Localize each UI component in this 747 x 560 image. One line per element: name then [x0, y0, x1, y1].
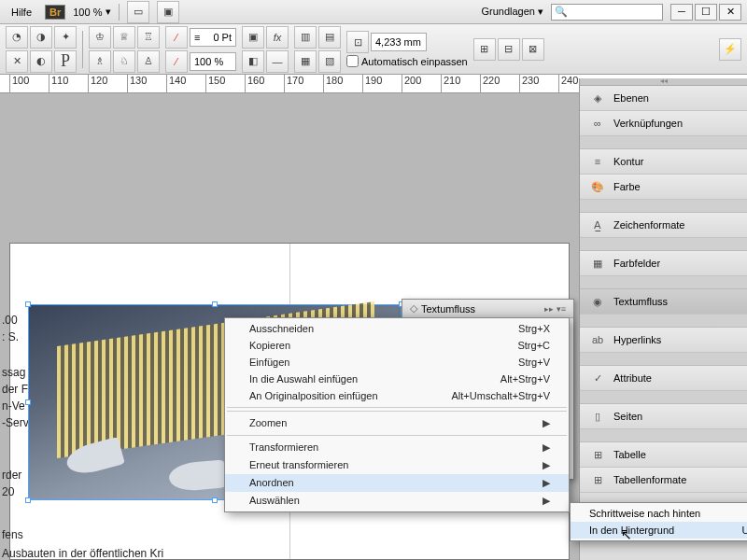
- panel-icon: ≡: [589, 154, 606, 169]
- panel-tabellenformate[interactable]: ⊞Tabellenformate: [580, 468, 747, 493]
- panel-icon: ⊞: [589, 472, 606, 487]
- panel-attribute[interactable]: ✓Attribute: [580, 366, 747, 391]
- arrange-icon[interactable]: ▣: [157, 1, 179, 23]
- bridge-badge[interactable]: Br: [45, 5, 65, 20]
- wrap-icon[interactable]: ▧: [318, 50, 341, 73]
- menubar: Hilfe Br 100 % ▾ ▭ ▣ Grundlagen ▾ 🔍 ─ ☐ …: [0, 0, 747, 24]
- panel-dock: ◂◂ ◈Ebenen∞Verknüpfungen≡Kontur🎨FarbeA̲Z…: [579, 78, 747, 560]
- align-icon[interactable]: ♗: [89, 50, 111, 73]
- menu-item[interactable]: Zoomen▶: [225, 414, 569, 432]
- stroke-weight[interactable]: ≡0 Pt: [190, 28, 236, 47]
- doc-text: : S.: [2, 329, 19, 345]
- panel-verknüpfungen[interactable]: ∞Verknüpfungen: [580, 111, 747, 136]
- submenu-item[interactable]: Schrittweise nach hinten: [571, 505, 747, 522]
- maximize-button[interactable]: ☐: [695, 4, 717, 21]
- fit-icon[interactable]: ⊟: [498, 38, 520, 61]
- doc-text: der F: [2, 381, 28, 398]
- panel-icon: 🎨: [589, 179, 606, 194]
- fx-icon[interactable]: ▣: [242, 26, 264, 49]
- fx-icon[interactable]: fx: [266, 26, 289, 49]
- screen-mode-icon[interactable]: ▭: [127, 1, 149, 23]
- tool-icon[interactable]: ✦: [54, 26, 77, 49]
- align-icon[interactable]: ♘: [113, 50, 135, 73]
- menu-item[interactable]: KopierenStrg+C: [225, 337, 569, 354]
- panel-icon: ◉: [589, 294, 606, 309]
- panel-icon: A̲: [589, 217, 606, 232]
- lightning-icon[interactable]: ⚡: [719, 38, 741, 61]
- panel-seiten[interactable]: ▯Seiten: [580, 404, 747, 429]
- panel-hyperlinks[interactable]: abHyperlinks: [580, 328, 747, 353]
- doc-text: 20: [2, 483, 14, 500]
- doc-text: Ausbauten in der öffentlichen Kri: [2, 545, 163, 560]
- menu-item[interactable]: AusschneidenStrg+X: [225, 320, 569, 337]
- help-menu[interactable]: Hilfe: [6, 5, 37, 20]
- zoom-dropdown[interactable]: 100 % ▾: [73, 6, 111, 18]
- align-icon[interactable]: ♔: [89, 26, 111, 49]
- align-icon[interactable]: ♕: [113, 26, 135, 49]
- doc-text: n-Ve: [2, 398, 25, 414]
- menu-item[interactable]: An Originalposition einfügenAlt+Umschalt…: [225, 387, 569, 404]
- control-toolbar: ◔◑✦✕◐P ♔♕♖♗♘♙ ∕≡0 Pt∕100 % ▣fx◧— ▥▤▦▧ ⊡4…: [0, 24, 747, 75]
- panel-icon: ∞: [589, 116, 606, 131]
- tool-icon[interactable]: ✕: [6, 50, 28, 73]
- doc-text: ssag: [2, 364, 25, 381]
- panel-icon: ◈: [589, 91, 606, 105]
- panel-zeichenformate[interactable]: A̲Zeichenformate: [580, 213, 747, 238]
- panel-farbe[interactable]: 🎨Farbe: [580, 175, 747, 200]
- menu-item[interactable]: Auswählen▶: [225, 492, 569, 510]
- minimize-button[interactable]: ─: [670, 4, 693, 21]
- tool-icon[interactable]: ◔: [6, 26, 28, 49]
- close-button[interactable]: ✕: [719, 4, 741, 21]
- search-icon: 🔍: [555, 6, 568, 18]
- arrange-submenu: Schrittweise nach hintenIn den Hintergru…: [570, 502, 747, 541]
- context-menu: AusschneidenStrg+XKopierenStrg+CEinfügen…: [224, 317, 570, 512]
- menu-item[interactable]: Erneut transformieren▶: [225, 456, 569, 474]
- menu-item[interactable]: EinfügenStrg+V: [225, 354, 569, 371]
- workspace-dropdown[interactable]: Grundlagen ▾: [481, 6, 543, 18]
- tint-field[interactable]: 100 %: [190, 52, 236, 71]
- autofit-checkbox[interactable]: Automatisch einpassen: [346, 55, 468, 67]
- panel-icon: ⊞: [589, 447, 606, 462]
- panel-farbfelder[interactable]: ▦Farbfelder: [580, 251, 747, 276]
- fit-icon[interactable]: ⊞: [473, 38, 496, 61]
- cursor-icon: ↖: [621, 527, 632, 542]
- tool-icon[interactable]: ◑: [30, 26, 52, 49]
- wrap-icon[interactable]: ▦: [294, 50, 317, 73]
- stroke-none-icon[interactable]: ∕: [165, 26, 188, 49]
- p-icon[interactable]: P: [54, 50, 77, 73]
- panel-tab[interactable]: ◇Textumfluss▸▸ ▾≡: [402, 300, 573, 318]
- panel-icon: ✓: [589, 371, 606, 385]
- menu-item[interactable]: Anordnen▶: [225, 474, 569, 492]
- frame-icon[interactable]: ⊡: [346, 31, 369, 53]
- dimension-field[interactable]: 4,233 mm: [371, 33, 427, 51]
- doc-text: rder: [2, 467, 21, 483]
- panel-icon: ab: [589, 332, 606, 347]
- panel-icon: ▯: [589, 409, 606, 424]
- panel-kontur[interactable]: ≡Kontur: [580, 149, 747, 175]
- fit-icon[interactable]: ⊠: [522, 38, 544, 61]
- panel-icon: ▦: [589, 256, 606, 271]
- tool-icon[interactable]: ◐: [30, 50, 52, 73]
- menu-item[interactable]: Transformieren▶: [225, 439, 569, 456]
- wrap-icon[interactable]: ▤: [318, 26, 341, 49]
- doc-text: -Serv: [2, 414, 29, 431]
- menu-item[interactable]: In die Auswahl einfügenAlt+Strg+V: [225, 371, 569, 387]
- align-icon[interactable]: ♖: [137, 26, 160, 49]
- fill-none-icon[interactable]: ∕: [165, 50, 188, 73]
- panel-tabelle[interactable]: ⊞Tabelle: [580, 442, 747, 468]
- align-icon[interactable]: ♙: [137, 50, 160, 73]
- blend-icon[interactable]: —: [266, 50, 289, 73]
- panel-ebenen[interactable]: ◈Ebenen: [580, 86, 747, 111]
- doc-text: fens: [2, 526, 23, 543]
- wrap-icon[interactable]: ▥: [294, 26, 317, 49]
- submenu-item[interactable]: In den HintergrundUms: [571, 522, 747, 539]
- doc-text: .00: [2, 312, 18, 329]
- panel-textumfluss[interactable]: ◉Textumfluss: [580, 289, 747, 315]
- search-input[interactable]: [551, 4, 663, 21]
- opacity-icon[interactable]: ◧: [242, 50, 264, 73]
